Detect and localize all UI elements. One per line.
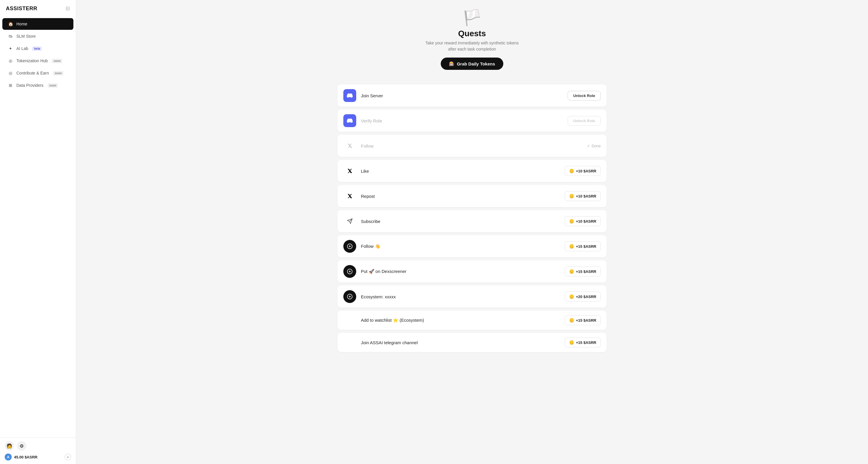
badge-contribute-earn: soon (53, 71, 63, 75)
sidebar-item-data-providers[interactable]: ⊞ Data Providers soon (2, 79, 73, 91)
wallet-avatar: A (5, 454, 12, 461)
sidebar: ASSISTERR ⊟ 🏠 Home 🛍 SLM Store ✦ AI Lab … (0, 0, 76, 464)
quest-action-verify-role: Unlock Role (568, 116, 601, 126)
quest-list: Join Server Unlock Role Verify Role Unlo… (332, 85, 612, 367)
sidebar-nav: 🏠 Home 🛍 SLM Store ✦ AI Lab beta ◎ Token… (0, 14, 76, 437)
quest-action-join-server: Unlock Role (568, 91, 601, 101)
reward-button-like-x[interactable]: 🪙 +10 $ASRR (565, 166, 601, 176)
reward-amount-subscribe: +10 $ASRR (576, 219, 596, 224)
quest-label-join-server: Join Server (361, 93, 568, 98)
unlock-role-button-join-server[interactable]: Unlock Role (568, 91, 601, 101)
quest-icon-subscribe (343, 215, 356, 228)
reward-amount-ecosystem: +20 $ASRR (576, 295, 596, 299)
nav-label-tokenization-hub: Tokenization Hub (17, 59, 48, 63)
reward-icon-add-watchlist: 🪙 (569, 318, 574, 323)
badge-data-providers: soon (48, 83, 58, 88)
reward-button-join-telegram[interactable]: 🪙 +15 $ASRR (565, 337, 601, 347)
reward-amount-like-x: +10 $ASRR (576, 169, 596, 173)
quest-icon-verify-role (343, 114, 356, 127)
quest-label-subscribe: Subscribe (361, 219, 565, 224)
app-logo: ASSISTERR (6, 5, 37, 12)
quest-label-add-watchlist: Add to watchlist ⭐ (Ecosystem) (361, 318, 565, 323)
reward-icon-put-dexscreener: 🪙 (569, 269, 574, 274)
quest-label-follow-emoji: Follow 👋 (361, 244, 565, 249)
grab-daily-tokens-button[interactable]: 🎰 Grab Daily Tokens (441, 58, 503, 70)
wallet-add-button[interactable]: + (65, 454, 71, 460)
quest-icon-put-dexscreener (343, 265, 356, 278)
quests-title: Quests (458, 29, 486, 38)
reward-button-repost-x[interactable]: 🪙 +10 $ASRR (565, 191, 601, 201)
nav-icon-data-providers: ⊞ (8, 82, 13, 88)
reward-icon-ecosystem: 🪙 (569, 294, 574, 299)
quest-label-repost-x: Repost (361, 194, 565, 199)
reward-button-follow-emoji[interactable]: 🪙 +15 $ASRR (565, 241, 601, 251)
sidebar-toggle-icon[interactable]: ⊟ (65, 5, 70, 12)
quest-item-add-watchlist: Add to watchlist ⭐ (Ecosystem) 🪙 +15 $AS… (338, 310, 607, 330)
nav-label-contribute-earn: Contribute & Earn (17, 71, 49, 75)
quest-action-follow-emoji: 🪙 +15 $ASRR (565, 241, 601, 251)
quest-action-put-dexscreener: 🪙 +15 $ASRR (565, 266, 601, 276)
grab-btn-icon: 🎰 (449, 61, 455, 66)
sidebar-item-slm-store[interactable]: 🛍 SLM Store (2, 30, 73, 42)
sidebar-footer: 🧑 ⚙ A 45.00 $ASRR + (0, 437, 76, 464)
sidebar-item-tokenization-hub[interactable]: ◎ Tokenization Hub soon (2, 55, 73, 67)
quest-label-verify-role: Verify Role (361, 118, 568, 123)
wallet-balance: 45.00 $ASRR (14, 455, 37, 459)
badge-tokenization-hub: soon (52, 59, 62, 63)
quest-item-put-dexscreener: Put 🚀 on Dexscreener 🪙 +15 $ASRR (338, 260, 607, 283)
quest-icon-follow-x (343, 139, 356, 152)
quest-action-repost-x: 🪙 +10 $ASRR (565, 191, 601, 201)
footer-icons: 🧑 ⚙ (5, 441, 71, 451)
flag-icon: 🏳️ (463, 9, 482, 27)
quest-icon-repost-x (343, 190, 356, 202)
nav-icon-tokenization-hub: ◎ (8, 58, 13, 64)
quest-label-follow-x: Follow (361, 143, 587, 148)
reward-icon-subscribe: 🪙 (569, 219, 574, 224)
reward-icon-like-x: 🪙 (569, 169, 574, 173)
reward-button-add-watchlist[interactable]: 🪙 +15 $ASRR (565, 315, 601, 325)
reward-amount-join-telegram: +15 $ASRR (576, 340, 596, 345)
quest-item-follow-emoji: Follow 👋 🪙 +15 $ASRR (338, 235, 607, 257)
reward-amount-put-dexscreener: +15 $ASRR (576, 269, 596, 274)
unlock-role-muted-button-verify-role[interactable]: Unlock Role (568, 116, 601, 126)
reward-amount-repost-x: +10 $ASRR (576, 194, 596, 198)
quest-icon-join-server (343, 89, 356, 102)
wallet-info: A 45.00 $ASRR + (5, 454, 71, 461)
quest-label-put-dexscreener: Put 🚀 on Dexscreener (361, 269, 565, 274)
sidebar-item-home[interactable]: 🏠 Home (2, 18, 73, 30)
quest-item-repost-x: Repost 🪙 +10 $ASRR (338, 185, 607, 207)
check-icon: ✓ (587, 144, 590, 148)
quest-action-follow-x: ✓Done (587, 144, 601, 148)
main-content: 🏳️ Quests Take your reward immediately w… (76, 0, 868, 464)
reward-icon-join-telegram: 🪙 (569, 340, 574, 345)
reward-button-ecosystem[interactable]: 🪙 +20 $ASRR (565, 292, 601, 302)
quest-action-ecosystem: 🪙 +20 $ASRR (565, 292, 601, 302)
reward-button-put-dexscreener[interactable]: 🪙 +15 $ASRR (565, 266, 601, 276)
reward-amount-add-watchlist: +15 $ASRR (576, 318, 596, 323)
settings-icon[interactable]: ⚙ (17, 441, 26, 451)
quest-icon-follow-emoji (343, 240, 356, 253)
sidebar-item-ai-lab[interactable]: ✦ AI Lab beta (2, 43, 73, 54)
badge-ai-lab: beta (32, 46, 42, 51)
quest-action-add-watchlist: 🪙 +15 $ASRR (565, 315, 601, 325)
quest-item-follow-x: Follow ✓Done (338, 135, 607, 157)
quest-label-ecosystem: Ecosystem: xxxxx (361, 294, 565, 299)
nav-icon-contribute-earn: ◎ (8, 70, 13, 76)
reward-amount-follow-emoji: +15 $ASRR (576, 244, 596, 248)
quest-label-like-x: Like (361, 169, 565, 173)
reward-button-subscribe[interactable]: 🪙 +10 $ASRR (565, 216, 601, 226)
nav-label-home: Home (17, 22, 27, 26)
quest-icon-ecosystem (343, 290, 356, 303)
sidebar-item-contribute-earn[interactable]: ◎ Contribute & Earn soon (2, 67, 73, 79)
nav-icon-home: 🏠 (8, 21, 13, 27)
done-status-follow-x: ✓Done (587, 144, 601, 148)
quest-action-subscribe: 🪙 +10 $ASRR (565, 216, 601, 226)
sidebar-header: ASSISTERR ⊟ (0, 0, 76, 14)
quest-label-join-telegram: Join ASSAI telegram channel (361, 340, 565, 345)
quest-action-like-x: 🪙 +10 $ASRR (565, 166, 601, 176)
hero-section: 🏳️ Quests Take your reward immediately w… (76, 0, 868, 85)
nav-label-ai-lab: AI Lab (17, 46, 28, 51)
quest-item-like-x: Like 🪙 +10 $ASRR (338, 160, 607, 182)
quest-action-join-telegram: 🪙 +15 $ASRR (565, 337, 601, 347)
quest-item-verify-role: Verify Role Unlock Role (338, 109, 607, 132)
